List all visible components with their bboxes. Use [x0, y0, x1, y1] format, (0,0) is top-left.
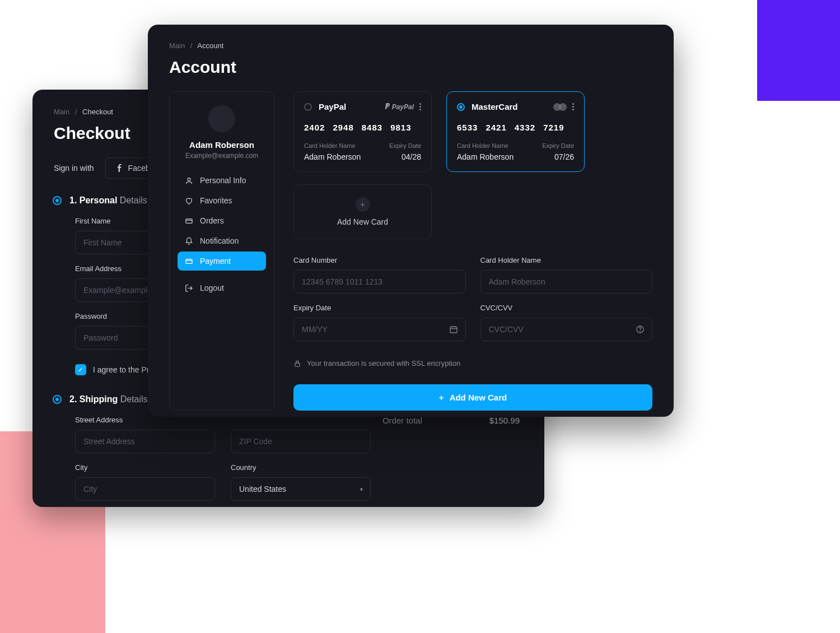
add-card-label: Add New Card: [337, 217, 388, 226]
country-select[interactable]: [231, 477, 371, 501]
ssl-text: Your transaction is secured with SSL enc…: [307, 359, 460, 367]
breadcrumb-root[interactable]: Main: [54, 108, 69, 116]
holder-value: Adam Roberson: [304, 152, 361, 161]
add-card-box[interactable]: + Add New Card: [293, 184, 432, 239]
holder-label: Card Holder Name: [480, 256, 653, 264]
sidebar-item-orders[interactable]: Orders: [178, 211, 266, 230]
ssl-notice: Your transaction is secured with SSL enc…: [293, 359, 652, 367]
payment-card-mastercard[interactable]: MasterCard 6533 2421 4332 721: [446, 91, 585, 172]
sidebar-item-personal[interactable]: Personal Info: [178, 171, 266, 190]
paypal-logo-icon: PayPal: [384, 103, 414, 111]
step-radio-icon: [53, 395, 62, 404]
kebab-icon[interactable]: [572, 103, 574, 110]
heart-icon: [184, 196, 193, 205]
holder-label: Card Holder Name: [457, 142, 514, 149]
radio-icon[interactable]: [457, 103, 465, 111]
breadcrumb-sep: /: [75, 108, 77, 116]
help-icon[interactable]: [636, 325, 645, 334]
svg-point-0: [188, 178, 190, 180]
card-number: 2402 2948 8483 9813: [304, 123, 421, 132]
order-total: Order total $150.99: [382, 416, 520, 425]
avatar[interactable]: [208, 105, 235, 132]
expiry-value: 07/26: [542, 152, 574, 161]
svg-rect-3: [185, 259, 192, 263]
payment-card-paypal[interactable]: PayPal PayPal 2402 2948 8: [293, 91, 432, 172]
expiry-label: Expiry Date: [542, 142, 574, 149]
add-card-btn-label: Add New Card: [450, 393, 507, 402]
svg-rect-6: [450, 327, 457, 333]
agree-checkbox[interactable]: ✓: [75, 364, 86, 375]
user-name: Adam Roberson: [189, 140, 254, 150]
zip-label: [231, 416, 371, 424]
facebook-icon: [116, 164, 124, 172]
user-icon: [184, 176, 193, 185]
breadcrumb-current: Checkout: [82, 108, 113, 116]
plus-icon: +: [356, 197, 370, 212]
holder-input[interactable]: [480, 270, 653, 294]
holder-label: Card Holder Name: [304, 142, 361, 149]
add-card-button[interactable]: + Add New Card: [293, 384, 652, 411]
breadcrumb: Main / Account: [169, 41, 652, 50]
sidebar-item-logout[interactable]: Logout: [178, 278, 266, 297]
account-panel: Main / Account Account Adam Roberson Exa…: [148, 25, 674, 417]
cvv-input[interactable]: [480, 318, 653, 341]
city-label: City: [75, 463, 215, 472]
chevron-down-icon: ▾: [360, 486, 363, 492]
breadcrumb-root[interactable]: Main: [169, 41, 185, 50]
expiry-label: Expiry Date: [389, 142, 421, 149]
mastercard-logo-icon: [553, 103, 567, 111]
card-brand-label: PayPal: [319, 102, 346, 111]
radio-icon[interactable]: [304, 103, 312, 111]
lock-icon: [293, 360, 301, 367]
sidebar-item-favorites[interactable]: Favorites: [178, 191, 266, 210]
holder-value: Adam Roberson: [457, 152, 514, 161]
breadcrumb-sep: /: [190, 41, 193, 50]
signin-label: Sign in with: [54, 164, 94, 173]
svg-rect-1: [185, 218, 192, 223]
order-total-value: $150.99: [489, 416, 520, 425]
page-title: Account: [169, 58, 652, 77]
card-number: 6533 2421 4332 7219: [457, 123, 574, 132]
sidebar-item-notification[interactable]: Notification: [178, 231, 266, 250]
expiry-input[interactable]: [293, 318, 466, 341]
cvv-label: CVC/CVV: [480, 304, 653, 312]
card-brand-label: MasterCard: [472, 102, 518, 111]
breadcrumb-current: Account: [197, 41, 223, 50]
payment-icon: [184, 257, 193, 266]
calendar-icon[interactable]: [449, 325, 458, 334]
order-total-label: Order total: [382, 416, 422, 425]
step-radio-icon: [53, 196, 62, 205]
cardnum-label: Card Number: [293, 256, 466, 264]
user-email: Example@example.com: [185, 152, 258, 160]
bell-icon: [184, 236, 193, 245]
plus-icon: +: [439, 393, 444, 402]
street-label: Street Address: [75, 416, 215, 424]
bg-accent-violet: [757, 0, 840, 101]
svg-rect-12: [295, 363, 300, 366]
logout-icon: [184, 283, 193, 292]
zip-input[interactable]: [231, 430, 371, 453]
city-input[interactable]: [75, 477, 215, 501]
kebab-icon[interactable]: [419, 103, 421, 110]
sidebar-item-payment[interactable]: Payment: [178, 252, 266, 271]
expiry-label: Expiry Date: [293, 304, 466, 312]
sidebar: Adam Roberson Example@example.com Person…: [169, 91, 274, 411]
country-label: Country: [231, 463, 371, 472]
card-icon: [184, 216, 193, 225]
street-input[interactable]: [75, 430, 215, 453]
svg-point-11: [640, 331, 641, 332]
cardnum-input[interactable]: [293, 270, 466, 294]
expiry-value: 04/28: [389, 152, 421, 161]
